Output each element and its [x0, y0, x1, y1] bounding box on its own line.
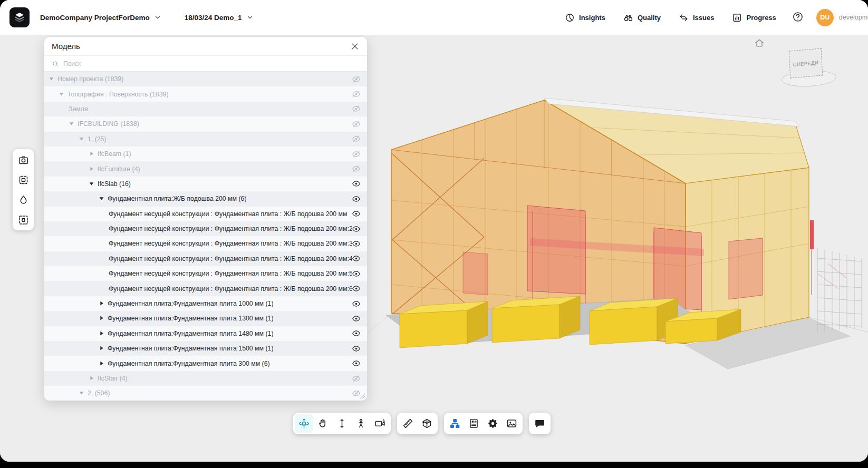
measure-button[interactable]: [399, 414, 417, 433]
photo-button[interactable]: [13, 150, 33, 170]
visibility-toggle[interactable]: [352, 299, 361, 308]
visibility-toggle[interactable]: [352, 359, 361, 368]
expand-toggle[interactable]: [99, 345, 105, 352]
nav-insights[interactable]: Insights: [565, 13, 605, 23]
visibility-toggle[interactable]: [352, 225, 361, 233]
camera-view-button[interactable]: [371, 414, 389, 433]
gear-icon: [487, 418, 498, 429]
expand-toggle[interactable]: [99, 360, 105, 367]
nav-label: Insights: [579, 14, 605, 22]
collapse-toggle[interactable]: [49, 76, 55, 82]
walk-button[interactable]: [352, 414, 370, 433]
expand-toggle[interactable]: [89, 375, 95, 382]
collapse-toggle[interactable]: [79, 136, 85, 142]
collapse-toggle[interactable]: [69, 121, 75, 127]
tree-row[interactable]: IFCBUILDING (1838): [44, 116, 367, 131]
model-version-selector[interactable]: 18/03/24 Demo_1: [185, 14, 254, 22]
visibility-toggle[interactable]: [352, 209, 361, 218]
visibility-toggle[interactable]: [352, 179, 361, 188]
visibility-toggle[interactable]: [352, 269, 361, 278]
tree-row[interactable]: Фундаментная плита:Фундаментная плита 14…: [44, 326, 367, 341]
visibility-toggle[interactable]: [352, 150, 361, 159]
home-view-button[interactable]: [754, 38, 765, 48]
chat-icon: [534, 418, 545, 429]
visibility-toggle[interactable]: [352, 134, 361, 143]
tree-row[interactable]: 1. (25): [44, 132, 367, 147]
visibility-toggle[interactable]: [352, 104, 361, 113]
expand-toggle[interactable]: [89, 166, 95, 172]
tree-row[interactable]: Фундаментная плита:Фундаментная плита 30…: [44, 356, 367, 370]
avatar[interactable]: DU: [816, 9, 834, 26]
close-icon[interactable]: [350, 42, 360, 51]
visibility-toggle[interactable]: [352, 75, 361, 84]
tree-row[interactable]: IfcStair (4): [44, 371, 367, 386]
tree-row[interactable]: Топография : Поверхность (1839): [44, 86, 367, 101]
app-logo[interactable]: [9, 7, 30, 27]
properties-icon: [468, 418, 479, 429]
tree-row[interactable]: Фундаментная плита:Фундаментная плита 15…: [44, 341, 367, 356]
eye-icon: [352, 269, 361, 278]
settings-button[interactable]: [484, 414, 502, 433]
project-name: DemoCompany ProjectForDemo: [40, 14, 150, 22]
expand-toggle[interactable]: [89, 151, 95, 157]
visibility-toggle[interactable]: [352, 194, 361, 203]
tree-row[interactable]: Фундаментная плита:Фундаментная плита 13…: [44, 311, 367, 326]
visibility-toggle[interactable]: [352, 239, 361, 248]
view-cube-front-face[interactable]: СПЕРЕДИ: [789, 48, 823, 78]
eye-icon: [352, 284, 361, 293]
collapse-toggle[interactable]: [59, 91, 65, 97]
help-button[interactable]: [792, 11, 805, 24]
tree-row[interactable]: Номер проекта (1839): [44, 72, 367, 86]
panel-resize-handle[interactable]: [360, 393, 365, 399]
tree-row[interactable]: Фундамент несущей конструкции : Фундамен…: [44, 207, 367, 221]
comments-button[interactable]: [531, 414, 549, 433]
expand-toggle[interactable]: [99, 315, 105, 321]
properties-button[interactable]: [465, 414, 483, 433]
visibility-toggle[interactable]: [352, 344, 361, 353]
visibility-toggle[interactable]: [352, 120, 361, 129]
zoom-button[interactable]: [333, 414, 351, 433]
tree-row[interactable]: Фундаментная плита:Ж/Б подошва 200 мм (6…: [44, 191, 367, 206]
nav-issues[interactable]: Issues: [679, 13, 714, 23]
section-box-button[interactable]: [418, 414, 436, 433]
visibility-toggle[interactable]: [352, 329, 361, 338]
tree-row[interactable]: Фундаментная плита:Фундаментная плита 10…: [44, 296, 367, 311]
collapse-toggle[interactable]: [99, 196, 105, 202]
triangle-down-icon: [89, 181, 94, 187]
tree-row[interactable]: Фундамент несущей конструкции : Фундамен…: [44, 251, 367, 266]
project-selector[interactable]: DemoCompany ProjectForDemo: [40, 14, 161, 22]
triangle-right-icon: [99, 345, 104, 351]
expand-toggle[interactable]: [99, 330, 105, 337]
tree-row[interactable]: IfcFurniture (4): [44, 161, 367, 176]
tree-row[interactable]: Фундамент несущей конструкции : Фундамен…: [44, 236, 367, 251]
model-tree-button[interactable]: [446, 414, 464, 433]
view-cube[interactable]: СПЕРЕДИ: [780, 50, 838, 94]
tree-row[interactable]: IfcSlab (16): [44, 177, 367, 191]
views-button[interactable]: [503, 414, 521, 433]
visibility-toggle[interactable]: [352, 164, 361, 173]
tree-row[interactable]: Фундамент несущей конструкции : Фундамен…: [44, 281, 367, 296]
avatar-initials: DU: [820, 14, 830, 21]
selection-frame-button[interactable]: [13, 170, 33, 190]
tree-row[interactable]: 2. (506): [44, 386, 367, 401]
tree-row[interactable]: Фундамент несущей конструкции : Фундамен…: [44, 221, 367, 236]
expand-toggle[interactable]: [99, 300, 105, 307]
paint-button[interactable]: [13, 190, 33, 210]
collapse-toggle[interactable]: [89, 181, 95, 187]
nav-quality[interactable]: Quality: [623, 13, 661, 23]
orbit-button[interactable]: [295, 414, 313, 433]
screenshot-button[interactable]: [13, 210, 33, 230]
visibility-toggle[interactable]: [352, 254, 361, 263]
visibility-toggle[interactable]: [352, 90, 361, 99]
visibility-toggle[interactable]: [352, 374, 361, 383]
pan-button[interactable]: [314, 414, 332, 433]
visibility-toggle[interactable]: [352, 284, 361, 293]
search-input[interactable]: [63, 60, 360, 67]
tree-row[interactable]: IfcBeam (1): [44, 147, 367, 161]
bottom-toolbar: [293, 413, 551, 434]
nav-progress[interactable]: Progress: [732, 13, 776, 23]
collapse-toggle[interactable]: [79, 390, 85, 396]
tree-row[interactable]: Земля: [44, 102, 367, 116]
visibility-toggle[interactable]: [352, 314, 361, 323]
tree-row[interactable]: Фундамент несущей конструкции : Фундамен…: [44, 266, 367, 281]
